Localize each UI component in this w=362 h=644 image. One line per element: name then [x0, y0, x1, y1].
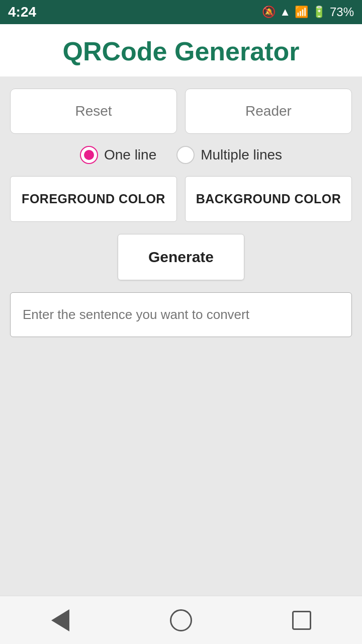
status-bar: 4:24 🔕 ▲ 📶 🔋 73%: [0, 0, 362, 24]
color-buttons-row: FOREGROUND COLOR BACKGROUND COLOR: [10, 176, 352, 222]
signal-icon: 📶: [295, 6, 308, 19]
wifi-icon: ▲: [280, 6, 291, 19]
background-color-button[interactable]: BACKGROUND COLOR: [185, 176, 352, 222]
bottom-nav: [0, 596, 362, 644]
multiple-lines-option[interactable]: Multiple lines: [176, 146, 282, 164]
nav-recents-button[interactable]: [287, 605, 317, 635]
one-line-radio[interactable]: [80, 146, 98, 164]
status-icons: 🔕 ▲ 📶 🔋 73%: [262, 5, 354, 19]
foreground-color-button[interactable]: FOREGROUND COLOR: [10, 176, 177, 222]
nav-home-button[interactable]: [166, 605, 196, 635]
one-line-option[interactable]: One line: [80, 146, 156, 164]
multiple-lines-label: Multiple lines: [201, 147, 282, 163]
sentence-input[interactable]: [10, 292, 352, 337]
nav-back-button[interactable]: [45, 605, 75, 635]
multiple-lines-radio[interactable]: [176, 146, 195, 164]
home-icon: [170, 609, 192, 631]
radio-row: One line Multiple lines: [10, 146, 352, 164]
app-title: QRCode Generator: [8, 36, 354, 66]
back-icon: [51, 609, 69, 631]
reset-button[interactable]: Reset: [10, 89, 177, 134]
battery-icon: 🔋: [312, 6, 326, 19]
main-content: Reset Reader One line Multiple lines FOR…: [0, 76, 362, 596]
status-time: 4:24: [8, 4, 36, 20]
mute-icon: 🔕: [262, 6, 276, 19]
battery-level: 73%: [330, 5, 354, 19]
app-header: QRCode Generator: [0, 24, 362, 76]
one-line-label: One line: [104, 147, 156, 163]
top-buttons-row: Reset Reader: [10, 89, 352, 134]
reader-button[interactable]: Reader: [185, 89, 352, 134]
generate-row: Generate: [10, 234, 352, 280]
recents-icon: [292, 611, 311, 630]
generate-button[interactable]: Generate: [118, 234, 244, 280]
